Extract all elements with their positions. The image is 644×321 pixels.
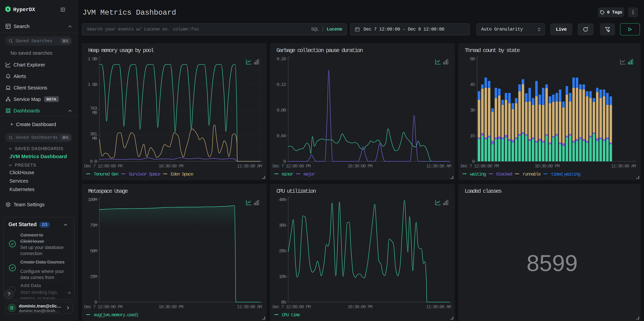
- svg-text:CPU time: CPU time: [282, 313, 300, 318]
- svg-text:Dec 7 12:00:00 PM: Dec 7 12:00:00 PM: [272, 164, 311, 169]
- svg-text:11:30:00 AM: 11:30:00 AM: [611, 164, 636, 169]
- svg-text:Dec 7 12:00:00 PM: Dec 7 12:00:00 PM: [272, 304, 311, 310]
- svg-text:11:30:00 AM: 11:30:00 AM: [426, 304, 451, 310]
- svg-text:10%: 10%: [279, 274, 286, 279]
- svg-text:MB: MB: [92, 110, 97, 115]
- svg-text:Heap memory usage by pool: Heap memory usage by pool: [88, 47, 154, 54]
- svg-text:11:30:00 AM: 11:30:00 AM: [426, 164, 451, 169]
- svg-text:timed_waiting: timed_waiting: [551, 172, 580, 177]
- svg-text:waiting: waiting: [470, 172, 486, 177]
- svg-text:10:30:00 PM: 10:30:00 PM: [158, 164, 184, 169]
- svg-text:8599: 8599: [526, 250, 578, 276]
- svg-text:10:30:00 PM: 10:30:00 PM: [534, 164, 560, 169]
- svg-text:20%: 20%: [279, 248, 286, 254]
- svg-text:11:30:00 AM: 11:30:00 AM: [237, 304, 262, 310]
- svg-text:1 GB: 1 GB: [88, 56, 97, 62]
- svg-text:Dec 7 12:00:00 PM: Dec 7 12:00:00 PM: [84, 304, 122, 310]
- svg-text:40%: 40%: [279, 197, 286, 202]
- svg-text:50M: 50M: [90, 248, 97, 254]
- svg-text:11:30:00 AM: 11:30:00 AM: [237, 164, 262, 169]
- svg-text:100M: 100M: [88, 197, 97, 202]
- svg-text:25M: 25M: [90, 274, 97, 279]
- svg-text:0.08: 0.08: [276, 108, 286, 113]
- svg-text:Garbage collection pause durat: Garbage collection pause duration: [276, 47, 363, 54]
- svg-text:10:30:00 PM: 10:30:00 PM: [158, 304, 184, 310]
- svg-text:30: 30: [470, 108, 475, 113]
- svg-text:blocked: blocked: [496, 172, 512, 177]
- svg-text:Thread count by state: Thread count by state: [464, 47, 520, 54]
- svg-text:Survivor Space: Survivor Space: [129, 172, 160, 177]
- svg-text:Tenured Gen: Tenured Gen: [94, 172, 118, 177]
- svg-text:CPU utilization: CPU utilization: [276, 188, 316, 194]
- svg-text:Eden Space: Eden Space: [171, 172, 193, 177]
- svg-text:10:30:00 PM: 10:30:00 PM: [348, 164, 372, 169]
- svg-text:0.04: 0.04: [276, 133, 286, 139]
- svg-text:Dec 7 12:00:00 PM: Dec 7 12:00:00 PM: [84, 164, 122, 169]
- svg-text:1 GB: 1 GB: [88, 82, 97, 87]
- svg-text:0.16: 0.16: [276, 56, 286, 62]
- svg-text:minor: minor: [282, 172, 293, 177]
- svg-text:15: 15: [470, 133, 475, 139]
- svg-text:60: 60: [470, 56, 475, 62]
- svg-text:Metaspace Usage: Metaspace Usage: [88, 188, 128, 194]
- svg-text:avg(jvm.memory.used): avg(jvm.memory.used): [94, 313, 138, 318]
- svg-text:10:30:00 PM: 10:30:00 PM: [348, 304, 372, 310]
- svg-text:45: 45: [470, 82, 475, 87]
- svg-text:75M: 75M: [90, 223, 97, 228]
- svg-text:0.12: 0.12: [276, 82, 286, 87]
- svg-text:Dec 7 12:00:00 PM: Dec 7 12:00:00 PM: [460, 164, 499, 169]
- svg-text:Loaded classes: Loaded classes: [464, 188, 502, 194]
- svg-text:MB: MB: [92, 136, 97, 141]
- svg-text:major: major: [304, 172, 315, 177]
- svg-text:runnable: runnable: [522, 172, 540, 177]
- svg-text:30%: 30%: [279, 223, 286, 228]
